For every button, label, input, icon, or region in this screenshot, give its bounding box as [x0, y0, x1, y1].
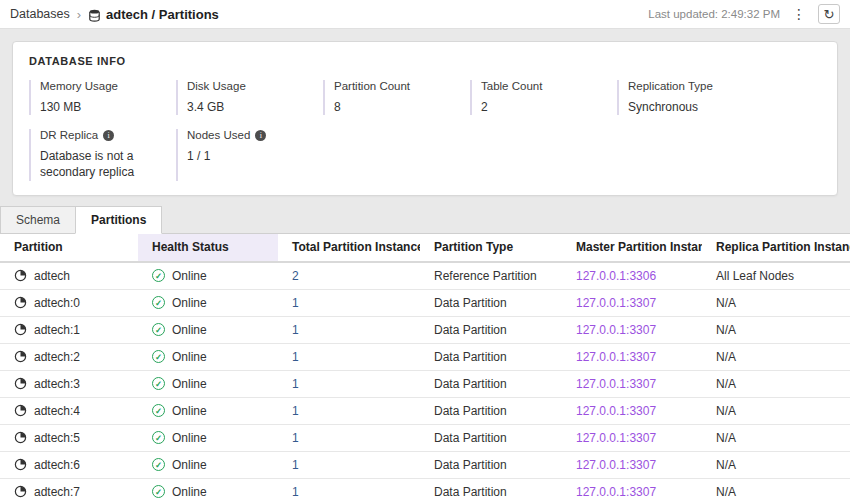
- instance-count-link[interactable]: 1: [292, 458, 299, 472]
- column-header-health-status[interactable]: Health Status: [138, 234, 278, 261]
- table-row[interactable]: adtech:5 ✓ Online 1 Data Partition 127.0…: [0, 425, 850, 452]
- master-instance-link[interactable]: 127.0.0.1:3307: [576, 485, 656, 499]
- instance-count-link[interactable]: 2: [292, 269, 299, 283]
- partition-name: adtech:1: [34, 323, 80, 337]
- partition-name: adtech:0: [34, 296, 80, 310]
- instance-count-link[interactable]: 1: [292, 377, 299, 391]
- field-value: Synchronous: [628, 99, 764, 115]
- master-instance-link[interactable]: 127.0.0.1:3307: [576, 296, 656, 310]
- info-icon[interactable]: i: [255, 130, 266, 141]
- partition-name: adtech:3: [34, 377, 80, 391]
- replica-instance: N/A: [702, 323, 850, 337]
- column-header-replica-partition-instance[interactable]: Replica Partition Instance …: [702, 234, 850, 261]
- partition-pie-icon: [14, 485, 27, 498]
- partition-type: Data Partition: [420, 458, 562, 472]
- online-check-icon: ✓: [152, 377, 165, 390]
- refresh-icon: ↻: [824, 7, 835, 22]
- table-row[interactable]: adtech:4 ✓ Online 1 Data Partition 127.0…: [0, 398, 850, 425]
- field-label: Nodes Used: [187, 129, 250, 141]
- table-row[interactable]: adtech:2 ✓ Online 1 Data Partition 127.0…: [0, 344, 850, 371]
- partition-name: adtech:7: [34, 485, 80, 499]
- field-label: Disk Usage: [187, 80, 323, 92]
- replica-instance: N/A: [702, 296, 850, 310]
- partition-name: adtech: [34, 269, 70, 283]
- online-check-icon: ✓: [152, 485, 165, 498]
- instance-count-link[interactable]: 1: [292, 404, 299, 418]
- master-instance-link[interactable]: 127.0.0.1:3307: [576, 377, 656, 391]
- info-fields-row-2: DR Replica i Database is not a secondary…: [29, 129, 821, 180]
- replica-instance: N/A: [702, 485, 850, 499]
- partition-pie-icon: [14, 458, 27, 471]
- column-header-partition-type[interactable]: Partition Type: [420, 234, 562, 261]
- breadcrumb-separator: ›: [77, 7, 81, 22]
- last-updated-label: Last updated: 2:49:32 PM: [648, 8, 780, 20]
- column-header-total-partition-instances[interactable]: Total Partition Instances: [278, 234, 420, 261]
- health-status-label: Online: [172, 404, 207, 418]
- instance-count-link[interactable]: 1: [292, 323, 299, 337]
- refresh-button[interactable]: ↻: [818, 4, 840, 24]
- partition-pie-icon: [14, 350, 27, 363]
- partition-pie-icon: [14, 296, 27, 309]
- database-info-card: DATABASE INFO Memory Usage 130 MB Disk U…: [12, 41, 838, 196]
- partition-type: Data Partition: [420, 296, 562, 310]
- field-value: 130 MB: [40, 99, 176, 115]
- field-label: Replication Type: [628, 80, 764, 92]
- field-table-count: Table Count 2: [470, 80, 617, 115]
- master-instance-link[interactable]: 127.0.0.1:3307: [576, 431, 656, 445]
- breadcrumb-databases[interactable]: Databases: [10, 7, 70, 21]
- replica-instance: N/A: [702, 404, 850, 418]
- tab-partitions[interactable]: Partitions: [75, 206, 162, 234]
- partition-name: adtech:2: [34, 350, 80, 364]
- table-row[interactable]: adtech ✓ Online 2 Reference Partition 12…: [0, 263, 850, 290]
- info-fields-row-1: Memory Usage 130 MB Disk Usage 3.4 GB Pa…: [29, 80, 821, 115]
- partition-pie-icon: [14, 404, 27, 417]
- master-instance-link[interactable]: 127.0.0.1:3307: [576, 404, 656, 418]
- page-title: adtech / Partitions: [106, 7, 219, 22]
- tab-schema[interactable]: Schema: [0, 206, 76, 234]
- health-status-label: Online: [172, 431, 207, 445]
- replica-instance: N/A: [702, 350, 850, 364]
- table-header-row: Partition Health Status Total Partition …: [0, 234, 850, 263]
- tab-bar: Schema Partitions: [0, 206, 850, 234]
- kebab-menu-icon[interactable]: ⋮: [790, 6, 808, 22]
- database-icon: [88, 9, 101, 22]
- field-label: Table Count: [481, 80, 617, 92]
- table-row[interactable]: adtech:1 ✓ Online 1 Data Partition 127.0…: [0, 317, 850, 344]
- table-row[interactable]: adtech:7 ✓ Online 1 Data Partition 127.0…: [0, 479, 850, 502]
- column-header-master-partition-instance[interactable]: Master Partition Instance …: [562, 234, 702, 261]
- instance-count-link[interactable]: 1: [292, 431, 299, 445]
- partition-type: Data Partition: [420, 323, 562, 337]
- topbar: Databases › adtech / Partitions Last upd…: [0, 0, 850, 29]
- health-status-label: Online: [172, 296, 207, 310]
- column-header-partition[interactable]: Partition: [0, 234, 138, 261]
- field-value: 8: [334, 99, 470, 115]
- field-partition-count: Partition Count 8: [323, 80, 470, 115]
- instance-count-link[interactable]: 1: [292, 350, 299, 364]
- table-row[interactable]: adtech:6 ✓ Online 1 Data Partition 127.0…: [0, 452, 850, 479]
- info-icon[interactable]: i: [103, 130, 114, 141]
- instance-count-link[interactable]: 1: [292, 485, 299, 499]
- partition-type: Data Partition: [420, 350, 562, 364]
- partition-pie-icon: [14, 431, 27, 444]
- database-info-title: DATABASE INFO: [29, 55, 821, 67]
- online-check-icon: ✓: [152, 350, 165, 363]
- table-row[interactable]: adtech:3 ✓ Online 1 Data Partition 127.0…: [0, 371, 850, 398]
- master-instance-link[interactable]: 127.0.0.1:3307: [576, 458, 656, 472]
- field-replication-type: Replication Type Synchronous: [617, 80, 764, 115]
- health-status-label: Online: [172, 485, 207, 499]
- field-nodes-used: Nodes Used i 1 / 1: [176, 129, 323, 180]
- partition-name: adtech:4: [34, 404, 80, 418]
- master-instance-link[interactable]: 127.0.0.1:3307: [576, 350, 656, 364]
- table-row[interactable]: adtech:0 ✓ Online 1 Data Partition 127.0…: [0, 290, 850, 317]
- partition-type: Data Partition: [420, 431, 562, 445]
- partition-type: Data Partition: [420, 404, 562, 418]
- master-instance-link[interactable]: 127.0.0.1:3306: [576, 269, 656, 283]
- field-value: 2: [481, 99, 617, 115]
- field-memory-usage: Memory Usage 130 MB: [29, 80, 176, 115]
- health-status-label: Online: [172, 269, 207, 283]
- master-instance-link[interactable]: 127.0.0.1:3307: [576, 323, 656, 337]
- health-status-label: Online: [172, 350, 207, 364]
- partition-name: adtech:5: [34, 431, 80, 445]
- instance-count-link[interactable]: 1: [292, 296, 299, 310]
- health-status-label: Online: [172, 377, 207, 391]
